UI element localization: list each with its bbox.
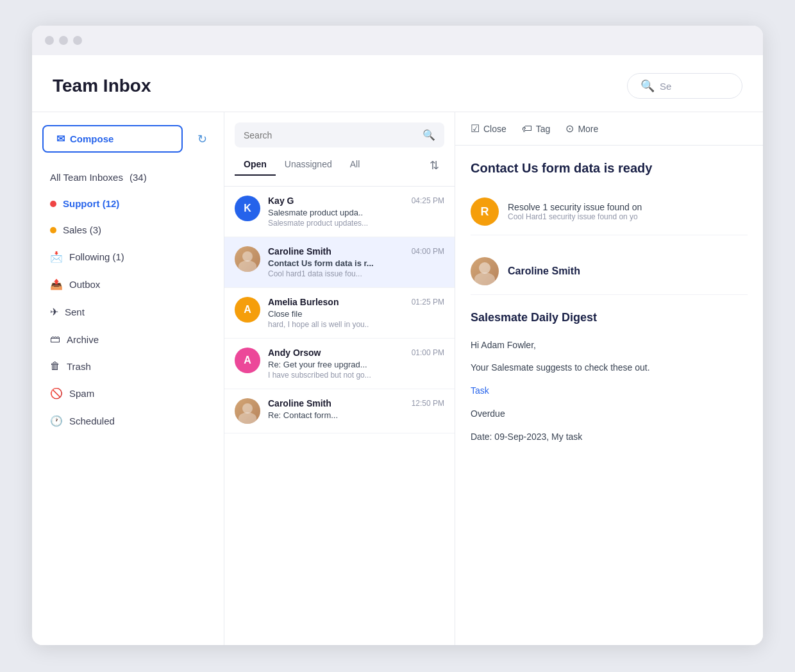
overdue-label: Overdue (471, 407, 748, 422)
spam-icon: 🚫 (50, 387, 63, 399)
following-icon: 📩 (50, 251, 63, 263)
email-list-panel: 🔍 Open Unassigned All ⇅ K (224, 112, 455, 645)
close-icon: ☑ (471, 122, 480, 135)
scheduled-icon: 🕐 (50, 415, 63, 427)
email-preview: I have subscribed but not go... (268, 371, 444, 380)
sort-button[interactable]: ⇅ (424, 156, 444, 175)
tag-button[interactable]: 🏷 Tag (522, 123, 551, 135)
email-item[interactable]: K Kay G 04:25 PM Salesmate product upda.… (224, 187, 455, 237)
resolve-avatar: R (471, 197, 499, 226)
detail-panel: ☑ Close 🏷 Tag ⊙ More Contact Us form dat… (455, 112, 763, 645)
sidebar-item-sent[interactable]: ✈ Sent (42, 299, 213, 324)
trash-icon: 🗑 (50, 360, 60, 372)
spam-label: Spam (69, 388, 94, 399)
sidebar-item-spam[interactable]: 🚫 Spam (42, 381, 213, 406)
outbox-icon: 📤 (50, 278, 63, 290)
email-time: 12:50 PM (412, 399, 444, 408)
body-text: Your Salesmate suggests to check these o… (471, 360, 748, 376)
search-icon: 🔍 (640, 79, 655, 93)
avatar: A (235, 348, 260, 373)
task-label: Task (471, 383, 748, 399)
email-time: 04:25 PM (412, 196, 444, 205)
email-subject: Close file (268, 309, 444, 319)
email-sender: Andy Orsow (268, 348, 321, 358)
resolve-sub: Cool Hard1 security issue found on yo (508, 212, 642, 221)
email-time: 01:25 PM (412, 298, 444, 307)
email-subject: Contact Us form data is r... (268, 258, 444, 268)
app-title: Team Inbox (53, 76, 151, 96)
caroline-sender-row: Caroline Smith (471, 248, 748, 295)
sidebar-item-support[interactable]: Support (12) (42, 192, 213, 215)
resolve-row: R Resolve 1 security issue found on Cool… (471, 189, 748, 235)
following-label: Following (1) (69, 251, 124, 262)
caroline-avatar (471, 257, 499, 285)
email-body: Salesmate Daily Digest Hi Adam Fowler, Y… (471, 308, 748, 445)
compose-button[interactable]: ✉ Compose (42, 125, 183, 153)
email-sender: Kay G (268, 196, 294, 206)
email-list: K Kay G 04:25 PM Salesmate product upda.… (224, 187, 455, 645)
close-button[interactable]: ☑ Close (471, 122, 506, 135)
close-label: Close (483, 124, 506, 134)
sales-label: Sales (3) (63, 224, 101, 235)
sidebar: ✉ Compose ↻ All Team Inboxes (34) Suppor… (32, 112, 224, 645)
all-inboxes-label: All Team Inboxes (50, 172, 123, 183)
archive-label: Archive (67, 334, 99, 345)
greeting-text: Hi Adam Fowler, (471, 338, 748, 353)
sent-icon: ✈ (50, 306, 58, 318)
email-subject: Re: Get your free upgrad... (268, 360, 444, 369)
date-info: Date: 09-Sep-2023, My task (471, 430, 748, 445)
sidebar-item-outbox[interactable]: 📤 Outbox (42, 272, 213, 297)
search-icon: 🔍 (423, 129, 435, 141)
detail-toolbar: ☑ Close 🏷 Tag ⊙ More (455, 112, 763, 146)
email-time: 04:00 PM (412, 247, 444, 256)
email-preview: Cool hard1 data issue fou... (268, 269, 444, 278)
search-input[interactable] (244, 130, 417, 140)
resolve-text: Resolve 1 security issue found on (508, 202, 642, 212)
detail-body: Contact Us form data is ready R Resolve … (455, 146, 763, 645)
avatar (235, 398, 260, 424)
sidebar-item-sales[interactable]: Sales (3) (42, 218, 213, 242)
email-subject: Re: Contact form... (268, 410, 444, 420)
compose-icon: ✉ (56, 133, 65, 145)
archive-icon: 🗃 (50, 333, 60, 345)
email-sender: Caroline Smith (268, 246, 331, 256)
avatar (235, 246, 260, 272)
avatar: K (235, 196, 260, 221)
header-search-button[interactable]: 🔍 Se (627, 73, 742, 99)
sidebar-item-archive[interactable]: 🗃 Archive (42, 327, 213, 351)
tab-unassigned[interactable]: Unassigned (276, 155, 341, 176)
sidebar-item-all-inboxes[interactable]: All Team Inboxes (34) (42, 165, 213, 189)
support-label: Support (12) (63, 198, 119, 209)
digest-title: Salesmate Daily Digest (471, 308, 748, 328)
detail-subject: Contact Us form data is ready (471, 161, 748, 176)
email-sender: Caroline Smith (268, 398, 331, 408)
email-item[interactable]: A Amelia Burleson 01:25 PM Close file ha… (224, 288, 455, 339)
sidebar-item-scheduled[interactable]: 🕐 Scheduled (42, 408, 213, 433)
sidebar-item-trash[interactable]: 🗑 Trash (42, 354, 213, 378)
avatar: A (235, 297, 260, 323)
more-label: More (578, 124, 598, 134)
email-subject: Salesmate product upda.. (268, 208, 444, 217)
all-inboxes-count: (34) (130, 172, 147, 183)
more-icon: ⊙ (565, 122, 574, 135)
tab-open[interactable]: Open (235, 155, 276, 176)
email-preview: hard, I hope all is well in you.. (268, 320, 444, 329)
outbox-label: Outbox (69, 279, 100, 290)
caroline-name: Caroline Smith (508, 265, 580, 277)
scheduled-label: Scheduled (69, 416, 115, 426)
refresh-button[interactable]: ↻ (190, 128, 213, 151)
email-time: 01:00 PM (412, 348, 444, 357)
more-button[interactable]: ⊙ More (565, 122, 598, 135)
support-dot (50, 201, 56, 207)
email-item[interactable]: A Andy Orsow 01:00 PM Re: Get your free … (224, 339, 455, 389)
email-item[interactable]: Caroline Smith 12:50 PM Re: Contact form… (224, 389, 455, 433)
email-item[interactable]: Caroline Smith 04:00 PM Contact Us form … (224, 237, 455, 288)
email-sender: Amelia Burleson (268, 297, 339, 307)
search-text: Se (660, 81, 671, 92)
tab-all[interactable]: All (341, 155, 369, 176)
sidebar-item-following[interactable]: 📩 Following (1) (42, 244, 213, 269)
compose-label: Compose (70, 133, 113, 144)
email-preview: Salesmate product updates... (268, 219, 444, 228)
tag-label: Tag (536, 124, 551, 134)
trash-label: Trash (67, 361, 91, 372)
